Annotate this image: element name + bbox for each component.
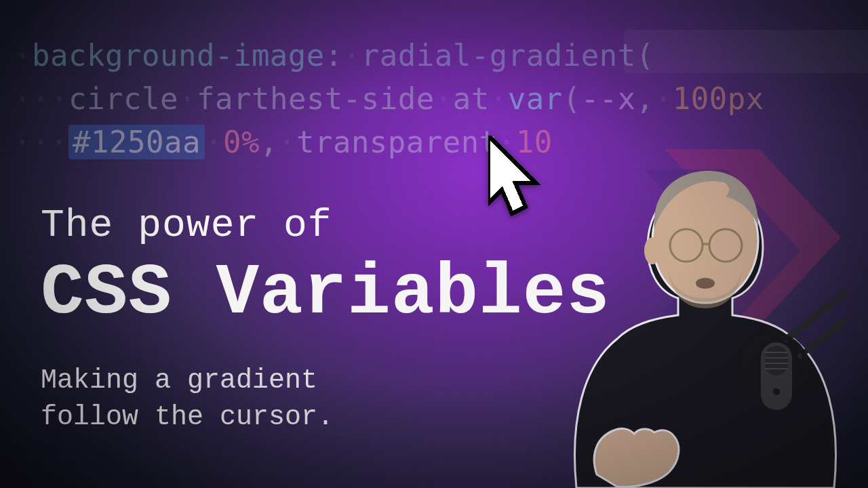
svg-line-6 xyxy=(787,291,848,339)
title-block: The power of CSS Variables Making a grad… xyxy=(41,203,610,436)
svg-rect-12 xyxy=(765,346,788,375)
svg-point-17 xyxy=(773,388,780,395)
title-main: CSS Variables xyxy=(41,253,610,334)
microphone-icon xyxy=(712,278,848,468)
subtitle: Making a gradient follow the cursor. xyxy=(41,363,610,436)
background-code: ·background-image:·radial-gradient( ···c… xyxy=(14,34,868,163)
title-overline: The power of xyxy=(41,203,610,247)
